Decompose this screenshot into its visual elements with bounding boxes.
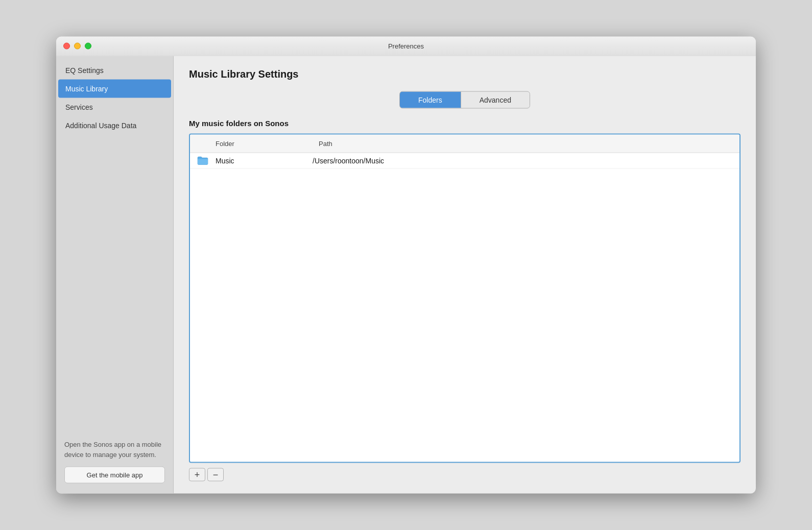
close-button[interactable] xyxy=(63,43,70,50)
get-mobile-app-button[interactable]: Get the mobile app xyxy=(64,467,165,484)
page-title: Music Library Settings xyxy=(189,68,741,80)
column-header-path: Path xyxy=(313,138,739,150)
sidebar-item-eq-settings[interactable]: EQ Settings xyxy=(56,61,173,80)
tab-bar: Folders Advanced xyxy=(189,91,741,109)
minimize-button[interactable] xyxy=(74,43,81,50)
tab-advanced[interactable]: Advanced xyxy=(461,92,530,108)
folder-name: Music xyxy=(216,157,313,165)
column-header-folder: Folder xyxy=(190,138,313,150)
sidebar-bottom: Open the Sonos app on a mobile device to… xyxy=(56,429,173,494)
remove-folder-button[interactable]: − xyxy=(207,468,224,481)
sidebar-item-services[interactable]: Services xyxy=(56,98,173,116)
tab-folders[interactable]: Folders xyxy=(400,92,461,108)
table-row[interactable]: Music /Users/roontoon/Music xyxy=(190,153,739,169)
folder-icon-col xyxy=(190,156,216,165)
section-heading: My music folders on Sonos xyxy=(189,119,741,128)
folder-icon xyxy=(197,156,208,165)
window-title: Preferences xyxy=(388,42,424,50)
preferences-window: Preferences EQ Settings Music Library Se… xyxy=(56,37,756,494)
folder-path: /Users/roontoon/Music xyxy=(313,157,739,165)
table-header: Folder Path xyxy=(190,135,739,153)
content-panel: Music Library Settings Folders Advanced … xyxy=(174,56,756,494)
add-folder-button[interactable]: + xyxy=(189,468,205,481)
table-body: Music /Users/roontoon/Music xyxy=(190,153,739,462)
folder-table: Folder Path xyxy=(189,134,741,463)
sidebar-promo-text: Open the Sonos app on a mobile device to… xyxy=(64,440,165,460)
sidebar-item-additional-usage[interactable]: Additional Usage Data xyxy=(56,116,173,135)
title-bar: Preferences xyxy=(56,37,756,56)
tab-group: Folders Advanced xyxy=(399,91,530,109)
sidebar-item-music-library[interactable]: Music Library xyxy=(58,80,171,98)
sidebar: EQ Settings Music Library Services Addit… xyxy=(56,56,174,494)
main-content: EQ Settings Music Library Services Addit… xyxy=(56,56,756,494)
action-buttons: + − xyxy=(189,468,741,481)
window-controls xyxy=(63,43,91,50)
maximize-button[interactable] xyxy=(85,43,91,50)
